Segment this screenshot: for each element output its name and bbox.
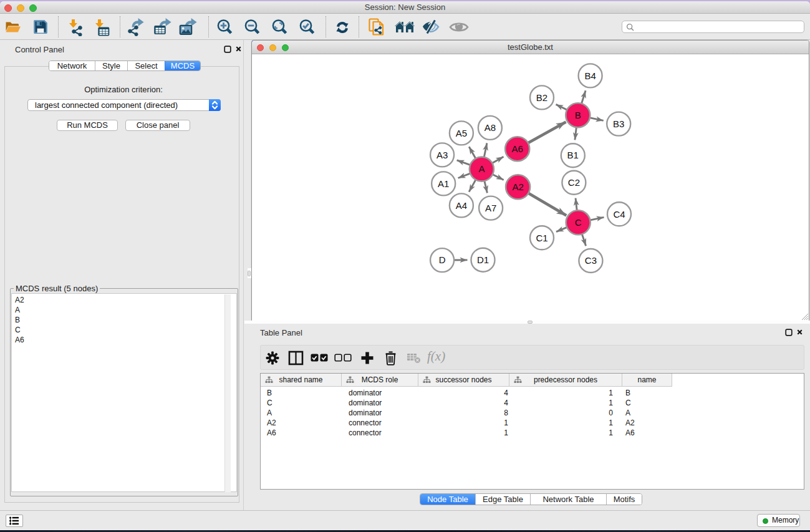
svg-text:B2: B2 — [536, 92, 547, 103]
svg-text:C1: C1 — [536, 233, 547, 243]
svg-text:A2: A2 — [512, 181, 523, 192]
svg-text:A4: A4 — [456, 200, 467, 211]
svg-text:A7: A7 — [485, 203, 496, 213]
svg-text:B4: B4 — [584, 70, 595, 81]
svg-text:A3: A3 — [436, 150, 448, 160]
svg-text:A8: A8 — [485, 122, 496, 133]
svg-text:B3: B3 — [613, 118, 624, 129]
svg-text:C: C — [575, 217, 582, 228]
svg-text:A6: A6 — [512, 143, 523, 154]
svg-text:A5: A5 — [456, 128, 467, 138]
svg-text:A1: A1 — [438, 178, 449, 189]
svg-text:A: A — [478, 163, 485, 174]
svg-text:D: D — [439, 254, 446, 265]
svg-text:C4: C4 — [613, 209, 625, 220]
svg-text:B1: B1 — [567, 150, 579, 160]
svg-text:D1: D1 — [477, 254, 489, 265]
svg-text:C3: C3 — [585, 255, 597, 266]
svg-text:B: B — [575, 110, 581, 120]
svg-text:C2: C2 — [568, 177, 580, 188]
